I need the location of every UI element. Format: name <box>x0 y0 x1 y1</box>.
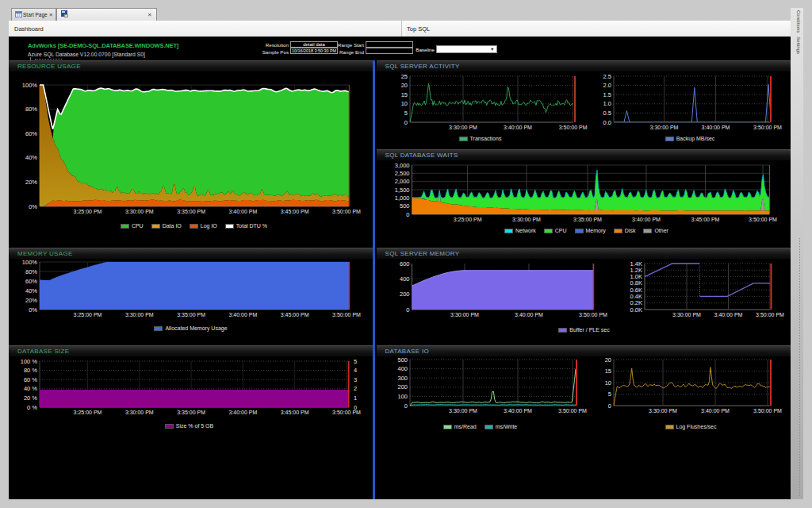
svg-text:15: 15 <box>605 368 611 375</box>
svg-text:3:35:00 PM: 3:35:00 PM <box>573 217 602 222</box>
svg-text:10: 10 <box>401 100 408 107</box>
svg-text:3:50:00 PM: 3:50:00 PM <box>332 209 361 214</box>
svg-text:3:45:00 PM: 3:45:00 PM <box>281 410 309 415</box>
svg-text:3:40:00 PM: 3:40:00 PM <box>504 408 532 414</box>
svg-text:20: 20 <box>605 356 611 364</box>
svg-text:4: 4 <box>354 367 357 374</box>
svg-text:3:30:00 PM: 3:30:00 PM <box>125 410 154 415</box>
svg-text:25: 25 <box>401 73 408 80</box>
svg-text:5: 5 <box>404 110 408 117</box>
svg-text:1.5: 1.5 <box>603 91 611 98</box>
svg-text:3:25:00 PM: 3:25:00 PM <box>74 209 102 214</box>
svg-text:1,000: 1,000 <box>395 194 410 202</box>
svg-text:100%: 100% <box>22 259 38 266</box>
svg-text:100: 100 <box>397 393 408 400</box>
svg-text:3:50:00 PM: 3:50:00 PM <box>332 312 361 318</box>
svg-text:40%: 40% <box>25 154 37 161</box>
svg-text:3:40:00 PM: 3:40:00 PM <box>228 209 257 214</box>
svg-text:3:50:00 PM: 3:50:00 PM <box>753 125 782 130</box>
svg-text:300: 300 <box>397 375 408 382</box>
svg-text:3:50:00 PM: 3:50:00 PM <box>749 217 777 222</box>
svg-text:2.0: 2.0 <box>603 82 611 89</box>
svg-text:3:50:00 PM: 3:50:00 PM <box>756 312 784 318</box>
svg-text:3:45:00 PM: 3:45:00 PM <box>691 217 720 222</box>
svg-text:80%: 80% <box>25 106 37 113</box>
svg-text:3:40:00 PM: 3:40:00 PM <box>515 312 543 318</box>
svg-text:500: 500 <box>400 202 410 210</box>
svg-text:200: 200 <box>397 383 408 391</box>
svg-text:3: 3 <box>354 376 357 383</box>
svg-text:20%: 20% <box>25 179 37 186</box>
svg-text:3,000: 3,000 <box>395 162 410 169</box>
svg-text:3:40:00 PM: 3:40:00 PM <box>228 410 257 415</box>
svg-text:200: 200 <box>400 291 410 298</box>
svg-text:5: 5 <box>608 391 611 398</box>
svg-text:3:40:00 PM: 3:40:00 PM <box>632 217 661 222</box>
svg-text:60 %: 60 % <box>24 376 37 383</box>
svg-text:1,500: 1,500 <box>395 187 410 194</box>
svg-text:600: 600 <box>400 260 410 267</box>
svg-text:3:25:00 PM: 3:25:00 PM <box>74 410 102 415</box>
svg-text:0: 0 <box>406 306 409 314</box>
svg-text:3:25:00 PM: 3:25:00 PM <box>454 217 482 222</box>
svg-text:3:30:00 PM: 3:30:00 PM <box>125 312 154 318</box>
svg-text:3:35:00 PM: 3:35:00 PM <box>177 410 205 415</box>
svg-text:20%: 20% <box>25 297 37 304</box>
svg-text:3:50:00 PM: 3:50:00 PM <box>332 410 361 415</box>
svg-text:3:40:00 PM: 3:40:00 PM <box>714 312 743 318</box>
svg-text:20 %: 20 % <box>24 394 37 402</box>
svg-text:100%: 100% <box>22 82 38 89</box>
svg-text:3:30:00 PM: 3:30:00 PM <box>449 408 477 414</box>
svg-text:3:40:00 PM: 3:40:00 PM <box>228 312 257 318</box>
svg-text:3:50:00 PM: 3:50:00 PM <box>559 125 588 130</box>
svg-text:3:50:00 PM: 3:50:00 PM <box>753 408 782 414</box>
svg-text:3:30:00 PM: 3:30:00 PM <box>449 125 477 130</box>
svg-text:3:30:00 PM: 3:30:00 PM <box>450 312 479 318</box>
svg-text:3:40:00 PM: 3:40:00 PM <box>701 408 730 414</box>
svg-text:3:35:00 PM: 3:35:00 PM <box>177 209 205 214</box>
svg-text:500: 500 <box>397 356 408 364</box>
svg-text:40%: 40% <box>25 287 37 294</box>
svg-text:15: 15 <box>401 91 408 98</box>
svg-text:400: 400 <box>397 365 408 372</box>
svg-text:0: 0 <box>404 119 408 126</box>
svg-text:3:40:00 PM: 3:40:00 PM <box>504 125 532 130</box>
svg-text:400: 400 <box>400 275 410 283</box>
svg-text:3:45:00 PM: 3:45:00 PM <box>281 209 309 214</box>
svg-text:2,500: 2,500 <box>395 170 410 177</box>
svg-text:0%: 0% <box>29 203 37 210</box>
svg-text:80%: 80% <box>25 268 37 275</box>
svg-text:80 %: 80 % <box>24 367 37 374</box>
svg-text:0: 0 <box>406 211 409 218</box>
svg-text:2: 2 <box>354 385 357 392</box>
svg-text:0: 0 <box>608 402 611 410</box>
svg-text:3:30:00 PM: 3:30:00 PM <box>650 125 679 130</box>
svg-text:3:30:00 PM: 3:30:00 PM <box>649 408 677 414</box>
svg-text:1.0: 1.0 <box>603 100 611 107</box>
svg-text:0.5: 0.5 <box>603 110 611 117</box>
svg-text:3:30:00 PM: 3:30:00 PM <box>672 312 701 318</box>
svg-text:3:35:00 PM: 3:35:00 PM <box>177 312 205 318</box>
svg-text:20: 20 <box>401 82 408 89</box>
svg-text:0.0: 0.0 <box>603 119 611 126</box>
svg-text:5: 5 <box>354 358 357 365</box>
svg-text:2,000: 2,000 <box>395 178 410 185</box>
svg-text:100 %: 100 % <box>21 358 38 365</box>
svg-text:40 %: 40 % <box>24 385 37 392</box>
svg-text:2.5: 2.5 <box>603 73 611 80</box>
svg-text:0.0K: 0.0K <box>630 306 642 314</box>
svg-text:10: 10 <box>605 379 611 387</box>
svg-text:3:50:00 PM: 3:50:00 PM <box>558 408 587 414</box>
svg-text:3:30:00 PM: 3:30:00 PM <box>512 217 541 222</box>
svg-text:3:25:00 PM: 3:25:00 PM <box>74 312 102 318</box>
svg-text:3:45:00 PM: 3:45:00 PM <box>281 312 309 318</box>
svg-text:60%: 60% <box>25 278 37 285</box>
svg-text:0%: 0% <box>29 306 37 314</box>
svg-text:0 %: 0 % <box>27 404 37 411</box>
svg-text:3:30:00 PM: 3:30:00 PM <box>125 209 154 214</box>
svg-text:3:40:00 PM: 3:40:00 PM <box>702 125 730 130</box>
svg-text:60%: 60% <box>25 130 37 137</box>
svg-text:3:50:00 PM: 3:50:00 PM <box>579 312 607 318</box>
svg-text:1: 1 <box>354 394 357 402</box>
svg-text:0: 0 <box>404 402 408 410</box>
